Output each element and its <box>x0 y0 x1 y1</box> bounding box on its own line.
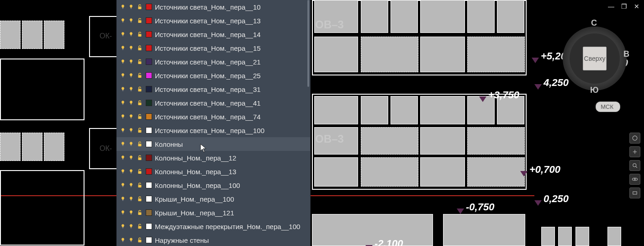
layer-freeze-icon[interactable] <box>128 182 134 188</box>
wcs-badge[interactable]: МСК <box>596 102 620 112</box>
layer-visibility-icon[interactable] <box>120 128 126 133</box>
layer-visibility-icon[interactable] <box>120 59 126 64</box>
layer-row[interactable]: Колонны_Ном._пера__100 <box>116 178 310 192</box>
layer-freeze-icon[interactable] <box>128 155 134 160</box>
layer-lock-icon[interactable] <box>137 31 143 37</box>
layer-row[interactable]: Колонны_Ном._пера__13 <box>116 165 310 178</box>
layer-color-swatch[interactable] <box>146 141 152 147</box>
layer-freeze-icon[interactable] <box>128 100 134 106</box>
layer-row[interactable]: Источники света_Ном._пера__100 <box>116 123 310 137</box>
layer-color-swatch[interactable] <box>146 196 152 202</box>
showmotion-icon[interactable] <box>629 187 640 198</box>
layer-lock-icon[interactable] <box>137 45 143 51</box>
view-cube-face-top[interactable]: Сверху <box>583 47 607 70</box>
layer-color-swatch[interactable] <box>146 72 152 79</box>
layer-visibility-icon[interactable] <box>120 4 126 10</box>
layer-color-swatch[interactable] <box>146 182 152 188</box>
layer-row[interactable]: Источники света_Ном._пера__14 <box>116 27 310 41</box>
window-minimize-button[interactable]: — <box>607 3 616 10</box>
layer-color-swatch[interactable] <box>146 113 152 120</box>
layer-lock-icon[interactable] <box>137 155 143 161</box>
layer-color-swatch[interactable] <box>146 209 152 216</box>
layer-lock-icon[interactable] <box>137 17 143 24</box>
layer-lock-icon[interactable] <box>137 100 143 106</box>
layer-color-swatch[interactable] <box>146 17 152 24</box>
layer-freeze-icon[interactable] <box>128 18 134 23</box>
layer-color-swatch[interactable] <box>146 31 152 37</box>
layer-visibility-icon[interactable] <box>120 155 126 160</box>
zoom-icon[interactable] <box>629 160 640 171</box>
window-close-button[interactable]: ✕ <box>632 3 641 10</box>
layer-row[interactable]: Источники света_Ном._пера__10 <box>116 0 310 14</box>
orbit-icon[interactable] <box>629 174 640 185</box>
layer-row[interactable]: Источники света_Ном._пера__25 <box>116 69 310 82</box>
layer-row[interactable]: Колонны_Ном._пера__12 <box>116 151 310 165</box>
layer-color-swatch[interactable] <box>146 155 152 161</box>
layer-visibility-icon[interactable] <box>120 141 126 147</box>
layer-color-swatch[interactable] <box>146 223 152 230</box>
layer-visibility-icon[interactable] <box>120 210 126 215</box>
layer-visibility-icon[interactable] <box>120 73 126 78</box>
layer-freeze-icon[interactable] <box>128 73 134 78</box>
layer-row[interactable]: Источники света_Ном._пера__15 <box>116 41 310 55</box>
layer-row[interactable]: Колонны <box>116 137 310 151</box>
layer-freeze-icon[interactable] <box>128 45 134 51</box>
layer-visibility-icon[interactable] <box>120 169 126 174</box>
layer-freeze-icon[interactable] <box>128 4 134 10</box>
layer-freeze-icon[interactable] <box>128 114 134 119</box>
layer-visibility-icon[interactable] <box>120 114 126 119</box>
layer-visibility-icon[interactable] <box>120 100 126 106</box>
layer-freeze-icon[interactable] <box>128 210 134 215</box>
layer-freeze-icon[interactable] <box>128 32 134 37</box>
layer-color-swatch[interactable] <box>146 4 152 10</box>
layer-row[interactable]: Источники света_Ном._пера__13 <box>116 14 310 27</box>
layer-row[interactable]: Источники света_Ном._пера__41 <box>116 96 310 110</box>
layer-color-swatch[interactable] <box>146 100 152 106</box>
layer-freeze-icon[interactable] <box>128 86 134 92</box>
layer-visibility-icon[interactable] <box>120 18 126 23</box>
layer-lock-icon[interactable] <box>137 113 143 120</box>
layer-row[interactable]: Источники света_Ном._пера__21 <box>116 55 310 69</box>
layer-lock-icon[interactable] <box>137 4 143 10</box>
layer-color-swatch[interactable] <box>146 237 152 243</box>
layer-lock-icon[interactable] <box>137 209 143 216</box>
layer-lock-icon[interactable] <box>137 72 143 79</box>
layer-lock-icon[interactable] <box>137 59 143 65</box>
layer-lock-icon[interactable] <box>137 86 143 92</box>
layer-row[interactable]: Крыши_Ном._пера__100 <box>116 192 310 206</box>
layer-visibility-icon[interactable] <box>120 45 126 51</box>
layer-freeze-icon[interactable] <box>128 237 134 243</box>
layer-lock-icon[interactable] <box>137 168 143 175</box>
layer-row[interactable]: Крыши_Ном._пера__121 <box>116 206 310 219</box>
layer-row[interactable]: Источники света_Ном._пера__31 <box>116 82 310 96</box>
layer-lock-icon[interactable] <box>137 196 143 202</box>
layer-lock-icon[interactable] <box>137 237 143 243</box>
layer-visibility-icon[interactable] <box>120 224 126 229</box>
layer-row[interactable]: Источники света_Ном._пера__74 <box>116 110 310 123</box>
layer-visibility-icon[interactable] <box>120 237 126 243</box>
layer-visibility-icon[interactable] <box>120 86 126 92</box>
layer-freeze-icon[interactable] <box>128 141 134 147</box>
layer-lock-icon[interactable] <box>137 223 143 230</box>
layer-lock-icon[interactable] <box>137 182 143 188</box>
view-cube[interactable]: Сверху С В Ю З <box>563 18 627 91</box>
layer-lock-icon[interactable] <box>137 141 143 147</box>
layer-visibility-icon[interactable] <box>120 32 126 37</box>
layer-freeze-icon[interactable] <box>128 224 134 229</box>
nav-wheel-icon[interactable] <box>629 133 640 144</box>
layer-dropdown-panel[interactable]: Источники света_Ном._пера__10Источники с… <box>116 0 311 246</box>
layer-lock-icon[interactable] <box>137 127 143 134</box>
window-maximize-button[interactable]: ❐ <box>619 3 628 10</box>
layer-color-swatch[interactable] <box>146 168 152 175</box>
layer-visibility-icon[interactable] <box>120 182 126 188</box>
layer-color-swatch[interactable] <box>146 86 152 92</box>
layer-row[interactable]: Наружные стены <box>116 233 310 246</box>
layer-color-swatch[interactable] <box>146 59 152 65</box>
layer-row[interactable]: Междуэтажные перекрытия_Ном._пера__100 <box>116 219 310 233</box>
layer-color-swatch[interactable] <box>146 45 152 51</box>
pan-icon[interactable] <box>629 146 640 157</box>
layer-freeze-icon[interactable] <box>128 59 134 64</box>
layer-freeze-icon[interactable] <box>128 128 134 133</box>
layer-color-swatch[interactable] <box>146 127 152 134</box>
layer-freeze-icon[interactable] <box>128 196 134 202</box>
